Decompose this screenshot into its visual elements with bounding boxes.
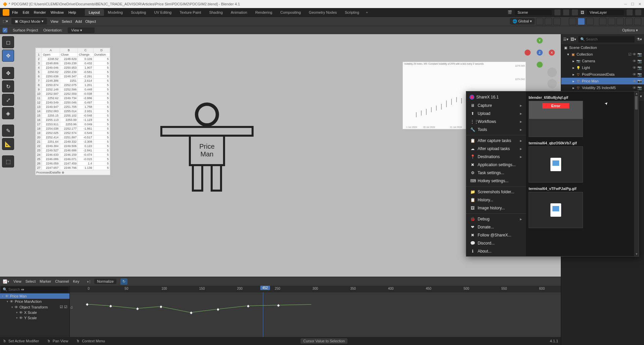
channel-item[interactable]: ▾👁Y Scale [0,315,69,321]
workspace-tab-texture-paint[interactable]: Texture Paint [175,9,205,16]
tl-marker-menu[interactable]: Marker [40,279,51,283]
pivot-icon[interactable] [536,18,543,25]
minimize-button[interactable]: ─ [624,2,627,6]
expand-icon[interactable]: ▾ [16,311,18,314]
tl-select-menu[interactable]: Select [25,279,36,283]
options-dropdown[interactable]: Options ▾ [619,27,641,33]
price-man-object[interactable]: Price Man [160,102,254,192]
outliner-item[interactable]: ▸▽Price Man👁📷 [561,78,644,84]
add-cube-tool[interactable]: ⬚ [2,155,14,167]
filter-icon[interactable]: ⚗▾ [637,37,642,42]
surface-project-checkbox[interactable]: ✓ [3,28,7,32]
sharex-scrollbar[interactable]: ▲ ▼ [634,91,639,256]
select-menu[interactable]: Select [62,19,72,23]
sharex-menu-item[interactable]: 📁Screenshots folder... [466,188,526,196]
scene-del-icon[interactable] [572,9,578,15]
sharex-menu-item[interactable]: 🐞Debug▶ [466,215,526,223]
normalize-auto-icon[interactable]: ↻ [120,278,127,285]
normalize-button[interactable]: Normalize [94,279,116,284]
workspace-tab-animation[interactable]: Animation [227,9,251,16]
expand-icon[interactable]: ▸ [573,86,575,90]
orientation-gizmo[interactable]: X Y Z [525,38,555,68]
outliner-type-icon[interactable]: ☰▾ [563,37,569,42]
workspace-tab-modeling[interactable]: Modeling [104,9,127,16]
tl-view-menu[interactable]: View [13,279,21,283]
outliner-item[interactable]: ▸💡Light👁📷 [561,64,644,71]
x-axis-pos[interactable]: X [549,50,555,56]
blender-logo-icon[interactable] [3,9,9,16]
visibility-icon[interactable]: 👁 [19,316,23,320]
xray-icon[interactable] [599,18,606,25]
edit-menu[interactable]: Edit [23,10,29,14]
zoom-icon[interactable] [547,68,557,77]
workspace-tab-sculpting[interactable]: Sculpting [127,9,150,16]
y-axis-neg[interactable] [537,62,543,68]
visibility-icon[interactable]: 👁 [10,299,13,303]
mode-selector[interactable]: ▣ Object Mode ▾ [11,18,47,24]
sharex-menu-item[interactable]: ✖Follow @ShareX... [466,231,526,239]
visibility-icon[interactable]: 👁 [19,310,23,315]
tl-key-menu[interactable]: Key [73,279,79,283]
viewlayer-selector[interactable]: ViewLayer [587,10,624,15]
tl-channel-menu[interactable]: Channel [55,279,69,283]
expand-icon[interactable]: ▸ [573,79,575,83]
help-menu[interactable]: Help [68,10,76,14]
shading-rendered-icon[interactable] [634,18,641,25]
editor-type-icon[interactable]: 📈▾ [3,279,9,284]
move-tool[interactable]: ✥ [2,67,14,79]
file-menu[interactable]: File [12,10,18,14]
sharex-menu-item[interactable]: ⌨Hotkey settings... [466,177,526,185]
close-button[interactable]: ✕ [638,2,641,6]
workspace-tab-compositing[interactable]: Compositing [276,9,305,16]
view-menu[interactable]: View [50,19,58,23]
measure-tool[interactable]: 📐 [2,138,14,150]
editor-type-icon[interactable]: ⬚▾ [3,19,8,23]
expand-icon[interactable]: ▾ [11,305,13,309]
outliner-item[interactable]: ▸📷Camera👁📷 [561,58,644,64]
workspace-tab-rendering[interactable]: Rendering [251,9,276,16]
cursor-value-button[interactable]: Cursor Value to Selection [301,338,347,344]
sharex-menu-item[interactable]: 🔧Tools▶ [466,126,526,134]
sharex-menu-item[interactable]: 📍Destinations▶ [466,153,526,161]
maximize-button[interactable]: ☐ [631,2,634,6]
scale-tool[interactable]: ⤢ [2,94,14,106]
outliner-item[interactable]: ▸▽Volatility 25 IndexM5👁📷 [561,84,644,91]
proportional-icon[interactable] [553,18,561,25]
sharex-menu-item[interactable]: 📋History... [466,196,526,204]
snap-icon[interactable] [545,18,552,25]
expand-icon[interactable]: ▾ [567,52,569,57]
scene-new-icon[interactable] [563,9,569,15]
workspace-tab-scripting[interactable]: Scripting [341,9,363,16]
workspace-tab-uv-editing[interactable]: UV Editing [150,9,175,16]
channel-search[interactable]: 🔍 Search ⇔ [1,286,69,293]
sharex-menu-item[interactable]: 🖥Capture▶ [466,101,526,110]
expand-icon[interactable]: ▸ [573,72,575,77]
cursor-tool[interactable]: ✥ [2,50,14,62]
current-frame-indicator[interactable]: 452 [260,286,270,290]
expand-icon[interactable]: ▸ [573,59,575,63]
channel-item[interactable]: ▾👁Price Man [0,293,69,299]
shading-wire-icon[interactable] [608,18,615,25]
gizmo-toggle-icon[interactable] [578,18,585,25]
viewlayer-del-icon[interactable] [635,9,641,15]
channel-item[interactable]: ▾👁Price ManAction [0,299,69,304]
sharex-file-item[interactable]: terminal64_qbzO50kVb7.gif [529,140,636,183]
scene-collection-item[interactable]: ▣ Scene Collection [561,44,644,51]
shading-solid-icon[interactable] [616,18,624,25]
visibility-icon[interactable]: 👁 [5,294,9,298]
sharex-file-item[interactable]: terminal64_vTFwPJaiPg.gif [529,185,636,228]
sharex-menu-item[interactable]: 🖼Image history... [466,204,526,212]
channel-item[interactable]: ▾👁X Scale [0,310,69,315]
object-menu[interactable]: Object [85,19,96,23]
viewlayer-new-icon[interactable] [627,9,633,15]
collection-item[interactable]: ▾ ▣ Collection ☑👁📷 [561,51,644,58]
expand-icon[interactable]: ▾ [16,316,18,320]
overlays-icon[interactable] [586,18,594,25]
sharex-menu-item[interactable]: 💬Discord... [466,239,526,247]
scene-selector[interactable]: Scene [515,10,552,15]
workspace-tab-layout[interactable]: Layout [85,9,104,16]
x-axis-neg[interactable] [525,50,531,56]
shading-matprev-icon[interactable] [625,18,633,25]
window-menu[interactable]: Window [51,10,64,14]
orientation-select[interactable]: View ▾ [68,27,95,33]
